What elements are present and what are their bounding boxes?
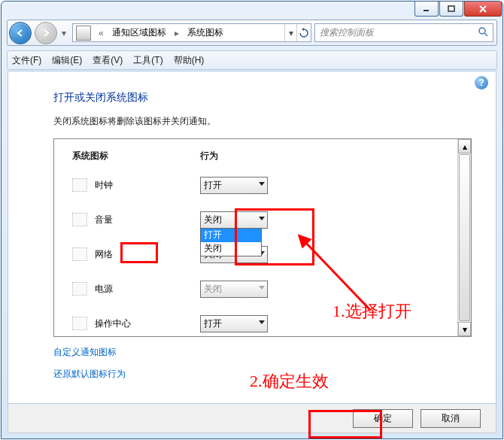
row-label: 电源 (95, 283, 200, 296)
column-headers: 系统图标 行为 (72, 150, 453, 162)
chevron-down-icon (259, 182, 265, 186)
nav-history-dropdown[interactable]: ▾ (59, 23, 69, 44)
link-customize[interactable]: 自定义通知图标 (53, 346, 472, 359)
ok-button[interactable]: 确定 (353, 409, 413, 428)
control-panel-window: ▾ « 通知区域图标 ▸ 系统图标 ▾ 搜索控制面板 文件(F) 编辑(E) 查… (1, 1, 503, 439)
back-button[interactable] (9, 22, 32, 44)
scroll-down-icon[interactable]: ▾ (458, 322, 471, 336)
crumb-sep-icon: « (94, 24, 109, 41)
flag-icon (72, 317, 87, 330)
location-icon (76, 26, 91, 41)
footer: 确定 取消 (8, 404, 496, 433)
address-dropdown-icon[interactable]: ▾ (284, 24, 297, 41)
search-icon (478, 26, 490, 41)
menu-help[interactable]: 帮助(H) (174, 54, 205, 67)
page-description: 关闭系统图标将删除该图标并关闭通知。 (53, 115, 472, 128)
address-bar[interactable]: « 通知区域图标 ▸ 系统图标 ▾ (72, 23, 311, 42)
row-label: 操作中心 (95, 317, 200, 330)
menu-edit[interactable]: 编辑(E) (52, 54, 82, 67)
network-icon (72, 247, 87, 261)
scroll-up-icon[interactable]: ▴ (458, 139, 471, 153)
close-button[interactable] (464, 2, 502, 17)
titlebar (2, 2, 502, 20)
crumb-system-icons[interactable]: 系统图标 (184, 24, 227, 41)
row-network: 网络 关闭 (72, 242, 453, 266)
option-close[interactable]: 关闭 (201, 242, 261, 256)
help-icon[interactable]: ? (475, 76, 488, 90)
volume-icon (72, 213, 87, 226)
cancel-button[interactable]: 取消 (421, 409, 481, 428)
navbar: ▾ « 通知区域图标 ▸ 系统图标 ▾ 搜索控制面板 (7, 20, 497, 46)
minimize-button[interactable] (414, 2, 439, 17)
col-system-icon: 系统图标 (72, 150, 200, 162)
content-panel: ? 打开或关闭系统图标 关闭系统图标将删除该图标并关闭通知。 系统图标 行为 时… (8, 71, 496, 404)
scrollbar[interactable]: ▴ ▾ (457, 139, 471, 336)
chevron-right-icon: ▸ (170, 24, 184, 41)
page-title: 打开或关闭系统图标 (53, 91, 472, 105)
combo-power: 关闭 (200, 281, 268, 298)
search-placeholder: 搜索控制面板 (320, 26, 374, 39)
combo-volume[interactable]: 关闭 打开 关闭 (200, 211, 268, 229)
option-open[interactable]: 打开 (201, 229, 261, 242)
annotation-text-1: 1.选择打开 (332, 300, 411, 323)
annotation-text-2: 2.确定生效 (250, 370, 329, 393)
scroll-thumb[interactable] (459, 154, 470, 321)
menu-tools[interactable]: 工具(T) (133, 54, 162, 67)
maximize-button[interactable] (439, 2, 463, 17)
chevron-down-icon (259, 286, 265, 290)
row-clock: 时钟 打开 (72, 173, 453, 197)
svg-rect-1 (448, 6, 454, 11)
search-input[interactable]: 搜索控制面板 (314, 23, 493, 42)
refresh-icon[interactable] (296, 24, 311, 41)
combo-volume-dropdown: 打开 关闭 (200, 228, 262, 256)
chevron-down-icon (259, 320, 265, 324)
clock-icon (72, 178, 87, 192)
menu-file[interactable]: 文件(F) (12, 54, 41, 67)
row-power: 电源 关闭 (72, 277, 453, 301)
svg-point-2 (479, 28, 485, 34)
col-behavior: 行为 (200, 150, 218, 162)
menubar: 文件(F) 编辑(E) 查看(V) 工具(T) 帮助(H) (7, 50, 497, 70)
row-volume: 音量 关闭 打开 关闭 (72, 208, 453, 232)
combo-clock[interactable]: 打开 (200, 177, 268, 194)
power-icon (72, 282, 87, 296)
menu-view[interactable]: 查看(V) (93, 54, 123, 67)
svg-line-3 (484, 33, 487, 36)
chevron-down-icon (259, 217, 265, 220)
row-label: 网络 (95, 248, 200, 261)
forward-button[interactable] (35, 22, 57, 44)
row-label: 时钟 (95, 179, 200, 192)
crumb-notification-icons[interactable]: 通知区域图标 (109, 24, 170, 41)
row-label: 音量 (95, 214, 200, 226)
combo-action-center[interactable]: 打开 (200, 315, 268, 332)
